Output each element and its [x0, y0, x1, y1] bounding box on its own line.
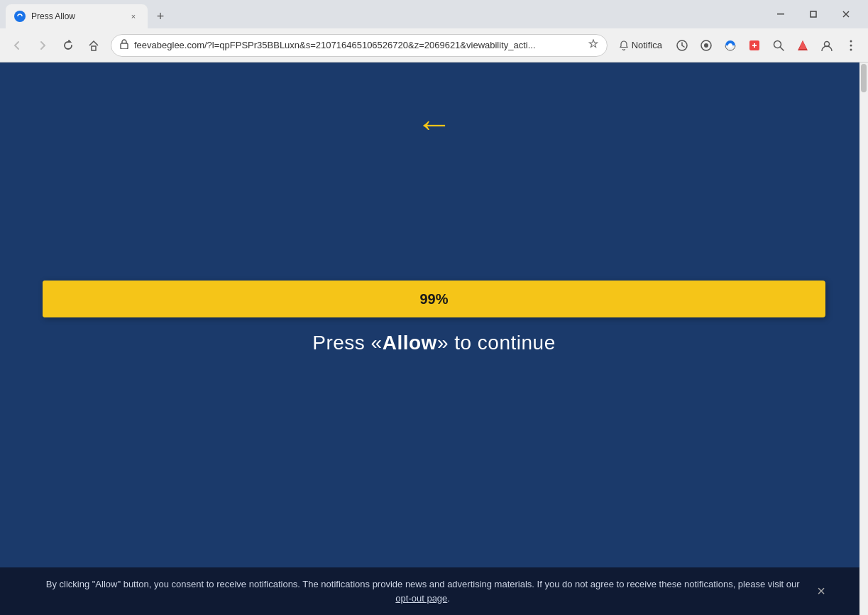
- consent-text-end: .: [447, 593, 450, 604]
- progress-bar: 99%: [43, 281, 825, 317]
- opt-out-link[interactable]: opt-out page: [395, 593, 447, 604]
- scrollbar-track[interactable]: [859, 62, 868, 615]
- svg-marker-15: [799, 40, 806, 49]
- svg-point-18: [850, 44, 852, 46]
- close-window-button[interactable]: [830, 4, 862, 24]
- press-allow-after: » to continue: [437, 332, 556, 354]
- back-button[interactable]: [6, 34, 28, 57]
- svg-point-19: [850, 48, 852, 50]
- consent-bar: By clicking "Allow" button, you consent …: [0, 567, 868, 615]
- forward-button[interactable]: [31, 34, 54, 57]
- tab-title: Press Allow: [31, 11, 122, 21]
- browser-content: ← 99% Press «Allow» to continue By click…: [0, 62, 868, 615]
- notifica-button[interactable]: Notifica: [613, 36, 668, 55]
- bookmark-icon[interactable]: [588, 39, 598, 51]
- tab-bar: Press Allow × +: [0, 0, 868, 28]
- minimize-button[interactable]: [764, 4, 797, 24]
- scrollbar-thumb[interactable]: [861, 64, 867, 92]
- ext-icon-1[interactable]: [671, 34, 693, 57]
- ext-icon-2[interactable]: [695, 34, 718, 57]
- menu-button[interactable]: [840, 34, 862, 57]
- svg-point-9: [704, 43, 708, 48]
- ext-icon-4[interactable]: [743, 34, 766, 57]
- consent-text-main: By clicking "Allow" button, you consent …: [46, 579, 800, 589]
- press-allow-instruction: Press «Allow» to continue: [312, 332, 555, 354]
- svg-rect-2: [811, 11, 816, 17]
- toolbar: feevabeglee.com/?l=qpFPSPr35BBLuxn&s=210…: [0, 28, 868, 62]
- progress-section: 99% Press «Allow» to continue: [0, 281, 868, 354]
- allow-keyword: Allow: [383, 332, 437, 354]
- press-allow-before: Press «: [312, 332, 382, 354]
- tab-favicon: [14, 11, 26, 22]
- address-bar[interactable]: feevabeglee.com/?l=qpFPSPr35BBLuxn&s=210…: [111, 34, 608, 57]
- profile-button[interactable]: [815, 34, 838, 57]
- tab-close-btn[interactable]: ×: [128, 11, 139, 22]
- home-button[interactable]: [82, 34, 105, 57]
- maximize-button[interactable]: [797, 4, 830, 24]
- progress-percentage: 99%: [419, 291, 448, 308]
- ext-icon-5[interactable]: [791, 34, 814, 57]
- svg-line-13: [781, 47, 784, 50]
- search-icon[interactable]: [767, 34, 790, 57]
- new-tab-button[interactable]: +: [150, 6, 170, 26]
- url-display: feevabeglee.com/?l=qpFPSPr35BBLuxn&s=210…: [134, 40, 583, 50]
- consent-text: By clicking "Allow" button, you consent …: [43, 577, 803, 605]
- consent-close-button[interactable]: ×: [817, 583, 825, 599]
- toolbar-extension-icons: [671, 34, 862, 57]
- svg-rect-6: [121, 43, 128, 49]
- active-tab[interactable]: Press Allow ×: [6, 4, 148, 28]
- browser-frame: Press Allow × +: [0, 0, 868, 615]
- svg-point-10: [728, 43, 732, 48]
- notifica-label: Notifica: [632, 40, 662, 50]
- svg-rect-5: [92, 46, 96, 50]
- svg-point-17: [850, 40, 852, 42]
- svg-rect-1: [777, 13, 784, 15]
- left-arrow-icon: ←: [416, 103, 453, 144]
- page-main-content: ← 99% Press «Allow» to continue By click…: [0, 62, 868, 615]
- window-controls: [764, 4, 862, 24]
- lock-icon: [120, 39, 128, 51]
- refresh-button[interactable]: [57, 34, 79, 57]
- arrow-container: ←: [416, 105, 453, 142]
- ext-icon-3[interactable]: [719, 34, 742, 57]
